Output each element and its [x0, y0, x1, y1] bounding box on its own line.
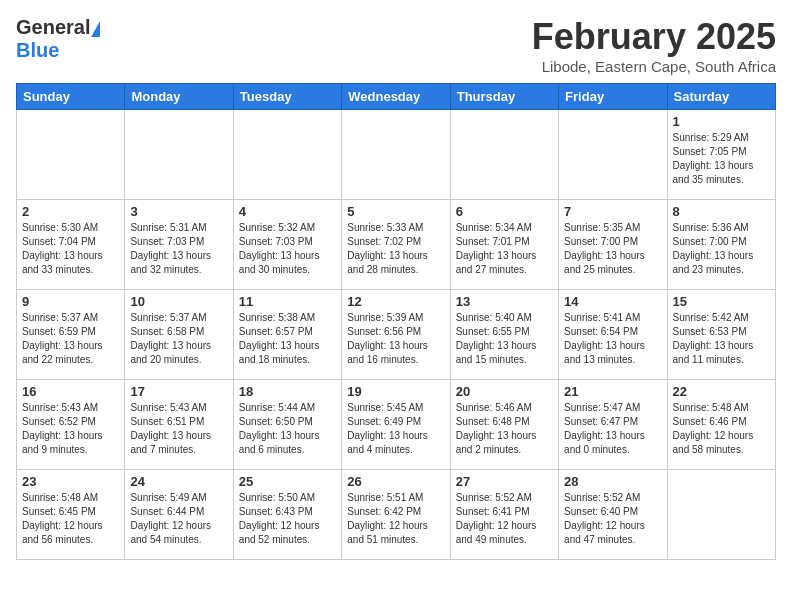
day-number: 10	[130, 294, 227, 309]
calendar-cell: 14Sunrise: 5:41 AM Sunset: 6:54 PM Dayli…	[559, 290, 667, 380]
day-info: Sunrise: 5:36 AM Sunset: 7:00 PM Dayligh…	[673, 221, 770, 277]
weekday-header-friday: Friday	[559, 84, 667, 110]
day-info: Sunrise: 5:44 AM Sunset: 6:50 PM Dayligh…	[239, 401, 336, 457]
calendar-cell: 4Sunrise: 5:32 AM Sunset: 7:03 PM Daylig…	[233, 200, 341, 290]
title-section: February 2025 Libode, Eastern Cape, Sout…	[532, 16, 776, 75]
day-info: Sunrise: 5:37 AM Sunset: 6:59 PM Dayligh…	[22, 311, 119, 367]
day-info: Sunrise: 5:51 AM Sunset: 6:42 PM Dayligh…	[347, 491, 444, 547]
calendar-cell: 18Sunrise: 5:44 AM Sunset: 6:50 PM Dayli…	[233, 380, 341, 470]
day-number: 22	[673, 384, 770, 399]
calendar-cell: 12Sunrise: 5:39 AM Sunset: 6:56 PM Dayli…	[342, 290, 450, 380]
day-number: 25	[239, 474, 336, 489]
day-number: 5	[347, 204, 444, 219]
day-number: 18	[239, 384, 336, 399]
calendar-cell: 25Sunrise: 5:50 AM Sunset: 6:43 PM Dayli…	[233, 470, 341, 560]
day-info: Sunrise: 5:52 AM Sunset: 6:40 PM Dayligh…	[564, 491, 661, 547]
calendar-cell: 11Sunrise: 5:38 AM Sunset: 6:57 PM Dayli…	[233, 290, 341, 380]
calendar-cell	[667, 470, 775, 560]
day-number: 3	[130, 204, 227, 219]
calendar-cell: 5Sunrise: 5:33 AM Sunset: 7:02 PM Daylig…	[342, 200, 450, 290]
day-info: Sunrise: 5:31 AM Sunset: 7:03 PM Dayligh…	[130, 221, 227, 277]
day-number: 9	[22, 294, 119, 309]
day-info: Sunrise: 5:33 AM Sunset: 7:02 PM Dayligh…	[347, 221, 444, 277]
calendar-week-row-3: 9Sunrise: 5:37 AM Sunset: 6:59 PM Daylig…	[17, 290, 776, 380]
day-info: Sunrise: 5:49 AM Sunset: 6:44 PM Dayligh…	[130, 491, 227, 547]
calendar-cell: 24Sunrise: 5:49 AM Sunset: 6:44 PM Dayli…	[125, 470, 233, 560]
calendar-cell	[125, 110, 233, 200]
calendar-week-row-5: 23Sunrise: 5:48 AM Sunset: 6:45 PM Dayli…	[17, 470, 776, 560]
day-info: Sunrise: 5:29 AM Sunset: 7:05 PM Dayligh…	[673, 131, 770, 187]
calendar-week-row-2: 2Sunrise: 5:30 AM Sunset: 7:04 PM Daylig…	[17, 200, 776, 290]
calendar-cell: 7Sunrise: 5:35 AM Sunset: 7:00 PM Daylig…	[559, 200, 667, 290]
weekday-header-sunday: Sunday	[17, 84, 125, 110]
day-info: Sunrise: 5:40 AM Sunset: 6:55 PM Dayligh…	[456, 311, 553, 367]
calendar-cell	[342, 110, 450, 200]
calendar-cell: 19Sunrise: 5:45 AM Sunset: 6:49 PM Dayli…	[342, 380, 450, 470]
calendar-cell: 16Sunrise: 5:43 AM Sunset: 6:52 PM Dayli…	[17, 380, 125, 470]
calendar-cell: 1Sunrise: 5:29 AM Sunset: 7:05 PM Daylig…	[667, 110, 775, 200]
calendar-cell	[559, 110, 667, 200]
calendar-cell: 23Sunrise: 5:48 AM Sunset: 6:45 PM Dayli…	[17, 470, 125, 560]
day-number: 4	[239, 204, 336, 219]
day-info: Sunrise: 5:45 AM Sunset: 6:49 PM Dayligh…	[347, 401, 444, 457]
calendar-cell: 10Sunrise: 5:37 AM Sunset: 6:58 PM Dayli…	[125, 290, 233, 380]
day-info: Sunrise: 5:38 AM Sunset: 6:57 PM Dayligh…	[239, 311, 336, 367]
day-info: Sunrise: 5:32 AM Sunset: 7:03 PM Dayligh…	[239, 221, 336, 277]
calendar-cell: 22Sunrise: 5:48 AM Sunset: 6:46 PM Dayli…	[667, 380, 775, 470]
logo-blue: Blue	[16, 39, 59, 61]
day-number: 20	[456, 384, 553, 399]
calendar-week-row-1: 1Sunrise: 5:29 AM Sunset: 7:05 PM Daylig…	[17, 110, 776, 200]
calendar-cell	[233, 110, 341, 200]
day-number: 15	[673, 294, 770, 309]
calendar-cell: 8Sunrise: 5:36 AM Sunset: 7:00 PM Daylig…	[667, 200, 775, 290]
day-number: 14	[564, 294, 661, 309]
weekday-header-monday: Monday	[125, 84, 233, 110]
day-number: 6	[456, 204, 553, 219]
calendar-cell: 17Sunrise: 5:43 AM Sunset: 6:51 PM Dayli…	[125, 380, 233, 470]
calendar-table: SundayMondayTuesdayWednesdayThursdayFrid…	[16, 83, 776, 560]
day-number: 24	[130, 474, 227, 489]
calendar-cell: 15Sunrise: 5:42 AM Sunset: 6:53 PM Dayli…	[667, 290, 775, 380]
calendar-cell: 9Sunrise: 5:37 AM Sunset: 6:59 PM Daylig…	[17, 290, 125, 380]
weekday-header-saturday: Saturday	[667, 84, 775, 110]
day-info: Sunrise: 5:39 AM Sunset: 6:56 PM Dayligh…	[347, 311, 444, 367]
calendar-cell: 13Sunrise: 5:40 AM Sunset: 6:55 PM Dayli…	[450, 290, 558, 380]
day-number: 27	[456, 474, 553, 489]
calendar-cell	[450, 110, 558, 200]
day-info: Sunrise: 5:50 AM Sunset: 6:43 PM Dayligh…	[239, 491, 336, 547]
day-info: Sunrise: 5:48 AM Sunset: 6:46 PM Dayligh…	[673, 401, 770, 457]
calendar-cell	[17, 110, 125, 200]
logo-triangle-icon	[91, 21, 100, 37]
calendar-cell: 20Sunrise: 5:46 AM Sunset: 6:48 PM Dayli…	[450, 380, 558, 470]
calendar-cell: 21Sunrise: 5:47 AM Sunset: 6:47 PM Dayli…	[559, 380, 667, 470]
day-info: Sunrise: 5:35 AM Sunset: 7:00 PM Dayligh…	[564, 221, 661, 277]
day-info: Sunrise: 5:34 AM Sunset: 7:01 PM Dayligh…	[456, 221, 553, 277]
day-number: 17	[130, 384, 227, 399]
day-number: 19	[347, 384, 444, 399]
day-info: Sunrise: 5:43 AM Sunset: 6:51 PM Dayligh…	[130, 401, 227, 457]
weekday-header-row: SundayMondayTuesdayWednesdayThursdayFrid…	[17, 84, 776, 110]
calendar-cell: 6Sunrise: 5:34 AM Sunset: 7:01 PM Daylig…	[450, 200, 558, 290]
day-info: Sunrise: 5:42 AM Sunset: 6:53 PM Dayligh…	[673, 311, 770, 367]
day-number: 21	[564, 384, 661, 399]
weekday-header-thursday: Thursday	[450, 84, 558, 110]
weekday-header-tuesday: Tuesday	[233, 84, 341, 110]
calendar-subtitle: Libode, Eastern Cape, South Africa	[532, 58, 776, 75]
header: General Blue February 2025 Libode, Easte…	[16, 16, 776, 75]
calendar-week-row-4: 16Sunrise: 5:43 AM Sunset: 6:52 PM Dayli…	[17, 380, 776, 470]
logo-general: General	[16, 16, 90, 39]
calendar-cell: 27Sunrise: 5:52 AM Sunset: 6:41 PM Dayli…	[450, 470, 558, 560]
day-info: Sunrise: 5:46 AM Sunset: 6:48 PM Dayligh…	[456, 401, 553, 457]
calendar-title: February 2025	[532, 16, 776, 58]
day-number: 12	[347, 294, 444, 309]
calendar-cell: 28Sunrise: 5:52 AM Sunset: 6:40 PM Dayli…	[559, 470, 667, 560]
day-number: 23	[22, 474, 119, 489]
day-number: 13	[456, 294, 553, 309]
day-info: Sunrise: 5:30 AM Sunset: 7:04 PM Dayligh…	[22, 221, 119, 277]
day-number: 1	[673, 114, 770, 129]
day-info: Sunrise: 5:41 AM Sunset: 6:54 PM Dayligh…	[564, 311, 661, 367]
day-number: 26	[347, 474, 444, 489]
day-info: Sunrise: 5:48 AM Sunset: 6:45 PM Dayligh…	[22, 491, 119, 547]
day-number: 28	[564, 474, 661, 489]
logo: General Blue	[16, 16, 100, 62]
